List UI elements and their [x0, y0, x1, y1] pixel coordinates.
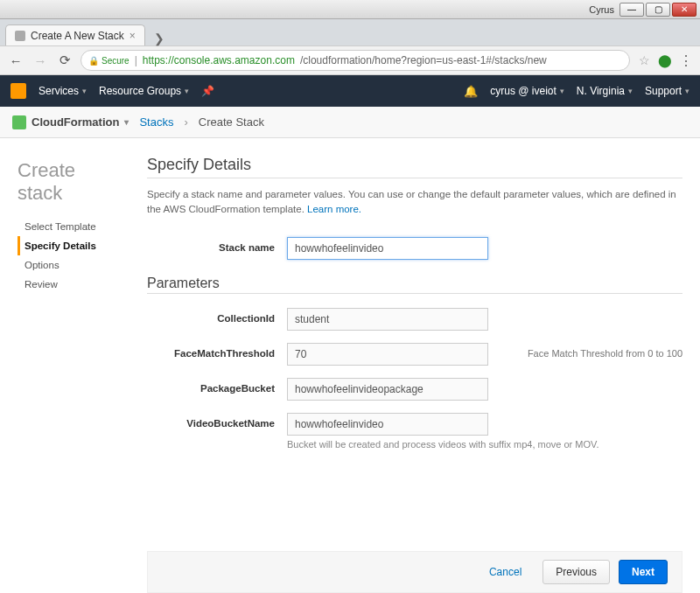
- param-hint-videobucketname: Bucket will be created and process video…: [287, 439, 682, 450]
- wizard-step-select-template[interactable]: Select Template: [18, 217, 122, 236]
- cancel-button[interactable]: Cancel: [477, 560, 534, 584]
- param-input-facematchthreshold[interactable]: [287, 343, 488, 366]
- tab-title: Create A New Stack: [31, 30, 124, 42]
- param-label-collectionid: CollectionId: [147, 308, 287, 324]
- window-titlebar: Cyrus — ▢ ✕: [0, 0, 700, 19]
- param-label-videobucketname: VideoBucketName: [147, 413, 287, 429]
- aws-top-nav: Services▾ Resource Groups▾ 📌 🔔 cyrus @ i…: [0, 75, 700, 107]
- browser-tabstrip: Create A New Stack × ❯: [0, 19, 700, 45]
- learn-more-link[interactable]: Learn more.: [307, 204, 361, 214]
- param-input-packagebucket[interactable]: [287, 378, 488, 401]
- new-tab-button[interactable]: ❯: [149, 31, 170, 45]
- bookmark-star-icon[interactable]: ☆: [637, 53, 651, 67]
- nav-support-menu[interactable]: Support▾: [645, 85, 690, 97]
- param-input-collectionid[interactable]: [287, 308, 488, 331]
- window-user-label: Cyrus: [589, 4, 614, 15]
- next-button[interactable]: Next: [619, 560, 668, 584]
- service-breadcrumb-bar: CloudFormation ▾ Stacks › Create Stack: [0, 107, 700, 138]
- main-content: Create stack Select Template Specify Det…: [0, 138, 700, 593]
- nav-resource-groups[interactable]: Resource Groups▾: [99, 85, 189, 97]
- param-label-packagebucket: PackageBucket: [147, 378, 287, 394]
- wizard-steps: Select Template Specify Details Options …: [18, 217, 122, 294]
- wizard-footer: Cancel Previous Next: [147, 551, 682, 593]
- wizard-step-review[interactable]: Review: [18, 275, 122, 294]
- previous-button[interactable]: Previous: [542, 560, 610, 584]
- nav-services[interactable]: Services▾: [38, 85, 87, 97]
- browser-menu-icon[interactable]: ⋮: [679, 53, 693, 67]
- window-close-button[interactable]: ✕: [672, 3, 696, 17]
- parameters-heading: Parameters: [147, 276, 682, 291]
- url-host: https://console.aws.amazon.com: [143, 54, 295, 66]
- browser-tab[interactable]: Create A New Stack ×: [5, 24, 145, 45]
- reload-button[interactable]: ⟳: [56, 52, 74, 69]
- page-title: Create stack: [18, 159, 122, 205]
- wizard-step-specify-details[interactable]: Specify Details: [18, 236, 122, 255]
- nav-region-menu[interactable]: N. Virginia▾: [577, 85, 633, 97]
- window-minimize-button[interactable]: —: [620, 3, 644, 17]
- service-name[interactable]: CloudFormation ▾: [12, 115, 129, 129]
- notifications-bell-icon[interactable]: 🔔: [464, 85, 478, 98]
- window-maximize-button[interactable]: ▢: [646, 3, 670, 17]
- browser-toolbar: ← → ⟳ 🔒 Secure | https://console.aws.ama…: [0, 45, 700, 75]
- extension-icon[interactable]: ⬤: [658, 53, 672, 67]
- tab-favicon: [15, 31, 25, 41]
- param-label-facematchthreshold: FaceMatchThreshold: [147, 343, 287, 359]
- aws-logo-icon[interactable]: [10, 83, 26, 99]
- param-side-facematchthreshold: Face Match Threshold from 0 to 100: [519, 343, 682, 359]
- forward-button[interactable]: →: [32, 52, 49, 69]
- nav-pin-icon[interactable]: 📌: [201, 85, 214, 97]
- section-heading: Specify Details: [147, 156, 682, 174]
- tab-close-icon[interactable]: ×: [130, 30, 136, 42]
- breadcrumb-separator: ›: [184, 115, 187, 129]
- stack-name-input[interactable]: [287, 237, 488, 260]
- section-description: Specify a stack name and parameter value…: [147, 187, 682, 218]
- breadcrumb-current: Create Stack: [199, 115, 264, 129]
- chevron-down-icon: ▾: [124, 117, 129, 127]
- lock-icon: 🔒 Secure: [88, 56, 130, 66]
- address-bar[interactable]: 🔒 Secure | https://console.aws.amazon.co…: [80, 50, 630, 71]
- stack-name-label: Stack name: [147, 237, 287, 253]
- service-cube-icon: [12, 115, 26, 129]
- nav-user-menu[interactable]: cyrus @ iveiot▾: [490, 85, 564, 97]
- wizard-step-options[interactable]: Options: [18, 255, 122, 275]
- param-input-videobucketname[interactable]: [287, 413, 488, 436]
- breadcrumb-stacks[interactable]: Stacks: [139, 115, 173, 129]
- back-button[interactable]: ←: [7, 52, 24, 69]
- url-path: /cloudformation/home?region=us-east-1#/s…: [300, 54, 547, 66]
